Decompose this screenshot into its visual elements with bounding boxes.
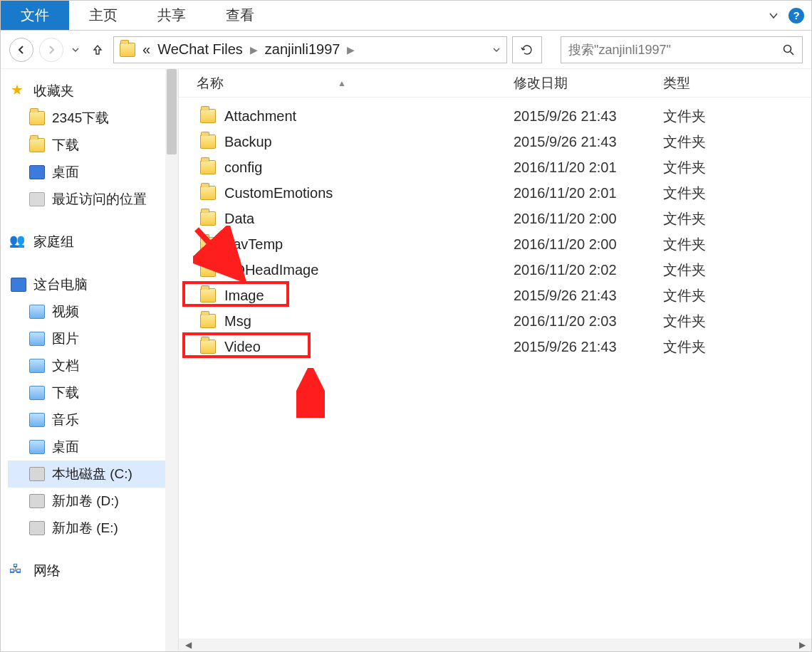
folder-icon <box>200 109 216 123</box>
folder-icon <box>200 160 216 174</box>
folder-icon <box>200 211 216 226</box>
history-dropdown-icon[interactable] <box>69 46 82 53</box>
sidebar-item[interactable]: 音乐 <box>8 406 175 433</box>
file-row[interactable]: config2016/11/20 2:01文件夹 <box>193 154 811 180</box>
navigation-bar: « WeChat Files ▶ zanjinli1997 ▶ 搜索"zanji… <box>1 31 811 69</box>
chevron-down-icon[interactable] <box>766 8 781 23</box>
desktop-icon <box>29 165 45 179</box>
file-type: 文件夹 <box>663 132 706 152</box>
file-type: 文件夹 <box>663 107 706 126</box>
sidebar-item[interactable]: 视频 <box>8 298 175 325</box>
scroll-left-icon[interactable]: ◀ <box>182 640 194 650</box>
file-row[interactable]: FavTemp2016/11/20 2:00文件夹 <box>193 231 811 257</box>
file-row[interactable]: CustomEmotions2016/11/20 2:01文件夹 <box>193 180 811 206</box>
breadcrumb-item[interactable]: zanjinli1997 <box>265 41 340 58</box>
sidebar-scrollbar[interactable] <box>165 69 178 651</box>
file-date: 2015/9/26 21:43 <box>514 134 663 150</box>
file-date: 2016/11/20 2:01 <box>514 185 663 201</box>
scrollbar-thumb[interactable] <box>167 69 177 154</box>
back-button[interactable] <box>9 38 33 62</box>
file-list-pane: 名称 ▲ 修改日期 类型 Attachment2015/9/26 21:43文件… <box>179 69 811 651</box>
column-headers: 名称 ▲ 修改日期 类型 <box>179 69 811 98</box>
sidebar-item-label: 桌面 <box>52 438 79 456</box>
file-row[interactable]: Video2015/9/26 21:43文件夹 <box>193 334 811 359</box>
up-button[interactable] <box>88 40 108 60</box>
column-header-name[interactable]: 名称 <box>197 74 224 93</box>
folder-icon <box>120 43 135 57</box>
sidebar-item-label: 最近访问的位置 <box>52 190 147 209</box>
sidebar-item[interactable]: 文档 <box>8 352 175 379</box>
sidebar-item[interactable]: 2345下载 <box>8 105 175 132</box>
sidebar-item[interactable]: 桌面 <box>8 159 175 186</box>
address-dropdown-icon[interactable] <box>492 46 501 54</box>
file-row[interactable]: Data2016/11/20 2:00文件夹 <box>193 206 811 231</box>
file-date: 2016/11/20 2:00 <box>514 211 663 227</box>
drive-icon <box>29 521 45 535</box>
drive-icon <box>29 494 45 508</box>
sidebar-item-this-pc[interactable]: 这台电脑 <box>8 271 175 298</box>
file-row[interactable]: Msg2016/11/20 2:03文件夹 <box>193 308 811 334</box>
ribbon: 文件 主页 共享 查看 ? <box>1 1 811 31</box>
homegroup-icon <box>11 235 26 249</box>
folder-icon <box>200 340 216 354</box>
help-icon[interactable]: ? <box>788 8 804 23</box>
sidebar-item[interactable]: 桌面 <box>8 433 175 461</box>
sidebar-item-favorites[interactable]: 收藏夹 <box>8 78 175 105</box>
sidebar-item-label: 家庭组 <box>33 233 74 251</box>
sidebar-item[interactable]: 图片 <box>8 325 175 352</box>
file-name: Backup <box>224 134 272 150</box>
drive-icon <box>29 467 45 481</box>
ribbon-tab-view[interactable]: 查看 <box>206 1 274 30</box>
sidebar-item-label: 网络 <box>33 562 61 580</box>
sidebar-item-label: 下载 <box>52 136 79 154</box>
file-name: FavTemp <box>224 236 283 253</box>
file-name: Video <box>224 339 261 355</box>
desktop-icon <box>29 440 45 454</box>
sidebar-item[interactable]: 新加卷 (E:) <box>8 515 175 542</box>
file-row[interactable]: Attachment2015/9/26 21:43文件夹 <box>193 103 811 129</box>
folder-icon <box>200 237 216 251</box>
sidebar-item-label: 下载 <box>52 384 79 402</box>
sidebar-item[interactable]: 最近访问的位置 <box>8 186 175 213</box>
file-date: 2015/9/26 21:43 <box>514 108 663 125</box>
videos-icon <box>29 305 45 319</box>
file-type: 文件夹 <box>663 158 706 177</box>
scroll-right-icon[interactable]: ▶ <box>796 640 808 650</box>
file-date: 2016/11/20 2:01 <box>514 159 663 176</box>
folder-icon <box>200 135 216 149</box>
folder-icon <box>200 263 216 277</box>
horizontal-scrollbar[interactable]: ◀ ▶ <box>179 638 811 651</box>
search-input[interactable]: 搜索"zanjinli1997" <box>561 36 803 63</box>
sidebar-item[interactable]: 下载 <box>8 379 175 406</box>
forward-button[interactable] <box>39 38 63 62</box>
file-name: HDHeadImage <box>224 262 318 278</box>
sidebar-item-label: 收藏夹 <box>33 82 74 100</box>
annotation-arrow <box>296 368 325 418</box>
file-type: 文件夹 <box>663 337 706 357</box>
sidebar-item[interactable]: 下载 <box>8 132 175 159</box>
ribbon-tab-home[interactable]: 主页 <box>69 1 137 30</box>
sidebar-item-label: 2345下载 <box>52 109 109 127</box>
address-bar[interactable]: « WeChat Files ▶ zanjinli1997 ▶ <box>113 36 507 63</box>
ribbon-tab-share[interactable]: 共享 <box>137 1 206 30</box>
file-name: Image <box>224 288 264 304</box>
downloads-icon <box>29 386 45 400</box>
computer-icon <box>11 278 26 292</box>
folder-icon <box>200 314 216 328</box>
column-header-type[interactable]: 类型 <box>663 74 811 93</box>
refresh-button[interactable] <box>512 36 542 63</box>
file-row[interactable]: Backup2015/9/26 21:43文件夹 <box>193 129 811 154</box>
sidebar-item[interactable]: 新加卷 (D:) <box>8 488 175 515</box>
file-name: Data <box>224 211 254 227</box>
ribbon-tab-file[interactable]: 文件 <box>1 1 69 30</box>
file-row[interactable]: Image2015/9/26 21:43文件夹 <box>193 283 811 308</box>
file-type: 文件夹 <box>663 261 706 280</box>
sidebar-item-homegroup[interactable]: 家庭组 <box>8 228 175 256</box>
column-header-date[interactable]: 修改日期 <box>514 74 663 93</box>
chevron-right-icon: ▶ <box>250 44 258 56</box>
file-date: 2015/9/26 21:43 <box>514 339 663 355</box>
sidebar-item[interactable]: 本地磁盘 (C:) <box>8 461 175 488</box>
sidebar-item-network[interactable]: 网络 <box>8 557 175 584</box>
breadcrumb-item[interactable]: WeChat Files <box>157 41 243 58</box>
file-row[interactable]: HDHeadImage2016/11/20 2:02文件夹 <box>193 257 811 283</box>
